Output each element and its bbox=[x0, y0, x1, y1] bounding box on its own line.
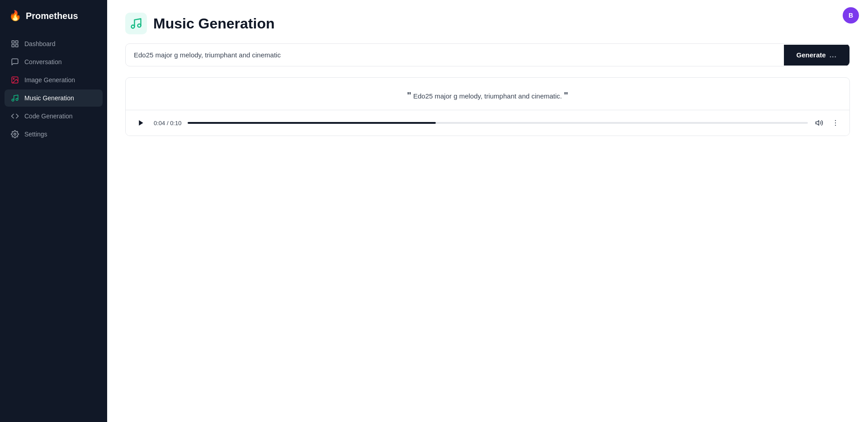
more-options-button[interactable] bbox=[830, 118, 840, 128]
play-icon bbox=[137, 119, 145, 127]
svg-point-15 bbox=[835, 125, 836, 126]
music-icon bbox=[11, 94, 19, 102]
sidebar-item-conversation-label: Conversation bbox=[24, 58, 62, 66]
main-content: Music Generation B Generate ... " Edo25 … bbox=[107, 0, 868, 422]
page-title-area: Music Generation bbox=[125, 13, 275, 34]
gear-icon bbox=[11, 130, 19, 138]
sidebar-item-music-generation-label: Music Generation bbox=[24, 94, 74, 102]
svg-point-10 bbox=[138, 24, 141, 27]
svg-rect-2 bbox=[16, 45, 18, 47]
volume-button[interactable] bbox=[814, 118, 824, 128]
svg-marker-11 bbox=[139, 120, 143, 126]
grid-icon bbox=[11, 40, 19, 48]
sidebar-item-image-generation[interactable]: Image Generation bbox=[5, 71, 103, 89]
quote-display: " Edo25 major g melody, triumphant and c… bbox=[126, 78, 849, 110]
svg-rect-3 bbox=[12, 45, 14, 47]
page-title: Music Generation bbox=[153, 15, 275, 32]
svg-point-7 bbox=[16, 98, 18, 101]
svg-point-8 bbox=[14, 133, 16, 136]
time-display: 0:04 / 0:10 bbox=[154, 120, 181, 127]
sidebar-item-dashboard-label: Dashboard bbox=[24, 40, 56, 47]
page-icon-box bbox=[125, 13, 147, 34]
progress-bar[interactable] bbox=[188, 122, 808, 124]
sidebar-item-dashboard[interactable]: Dashboard bbox=[5, 35, 103, 52]
sidebar-item-image-generation-label: Image Generation bbox=[24, 76, 75, 84]
user-avatar[interactable]: B bbox=[843, 7, 859, 23]
page-header: Music Generation bbox=[107, 0, 868, 43]
svg-rect-0 bbox=[12, 41, 14, 43]
image-icon bbox=[11, 76, 19, 84]
prompt-input[interactable] bbox=[126, 44, 784, 66]
sidebar-item-conversation[interactable]: Conversation bbox=[5, 53, 103, 70]
progress-fill bbox=[188, 122, 436, 124]
svg-marker-12 bbox=[816, 121, 819, 126]
svg-point-5 bbox=[13, 78, 14, 79]
generate-button[interactable]: Generate ... bbox=[784, 45, 849, 66]
audio-player: 0:04 / 0:10 bbox=[126, 110, 849, 136]
prompt-input-section: Generate ... bbox=[125, 43, 850, 66]
chat-icon bbox=[11, 58, 19, 66]
generate-label: Generate bbox=[797, 51, 826, 59]
open-quote: " bbox=[407, 90, 411, 100]
svg-point-6 bbox=[12, 99, 14, 101]
app-name: Prometheus bbox=[26, 11, 78, 21]
app-logo: 🔥 Prometheus bbox=[0, 0, 107, 32]
svg-rect-1 bbox=[16, 41, 18, 43]
sidebar-item-music-generation[interactable]: Music Generation bbox=[5, 89, 103, 107]
svg-point-9 bbox=[132, 25, 135, 28]
close-quote: " bbox=[564, 90, 568, 100]
svg-point-13 bbox=[835, 120, 836, 121]
sidebar-item-code-generation-label: Code Generation bbox=[24, 113, 73, 120]
sidebar-nav: Dashboard Conversation Image Generation bbox=[0, 32, 107, 422]
sidebar: 🔥 Prometheus Dashboard Conversation bbox=[0, 0, 107, 422]
quote-text: Edo25 major g melody, triumphant and cin… bbox=[413, 92, 562, 100]
volume-icon bbox=[815, 119, 823, 127]
generate-dots: ... bbox=[830, 51, 837, 59]
sidebar-item-settings[interactable]: Settings bbox=[5, 126, 103, 143]
sidebar-item-code-generation[interactable]: Code Generation bbox=[5, 108, 103, 125]
result-section: " Edo25 major g melody, triumphant and c… bbox=[125, 77, 850, 136]
flame-icon: 🔥 bbox=[9, 10, 21, 22]
page-music-icon bbox=[130, 17, 142, 30]
svg-point-14 bbox=[835, 122, 836, 123]
play-button[interactable] bbox=[135, 117, 147, 129]
user-avatar-letter: B bbox=[849, 12, 853, 19]
more-icon bbox=[831, 119, 840, 127]
sidebar-item-settings-label: Settings bbox=[24, 131, 47, 138]
code-icon bbox=[11, 112, 19, 120]
